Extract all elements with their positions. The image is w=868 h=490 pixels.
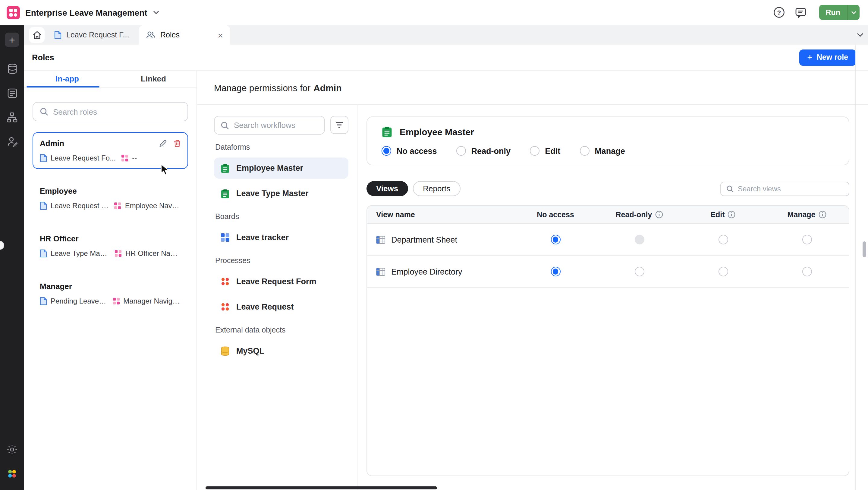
access-option-no-access[interactable]: No access [381, 146, 437, 156]
content-area: In-app Linked Admin [24, 70, 868, 490]
workflow-item-label: Employee Master [236, 164, 303, 173]
tab-label: Roles [160, 31, 212, 39]
sheet-icon [376, 236, 385, 243]
document-icon [54, 31, 61, 39]
vertical-scrollbar[interactable] [863, 241, 866, 257]
info-icon[interactable] [818, 211, 827, 219]
app-title-dropdown-icon[interactable] [153, 10, 159, 15]
access-option-manage[interactable]: Manage [580, 146, 625, 156]
new-role-button[interactable]: + New role [799, 49, 856, 65]
workflow-item-employee-master[interactable]: Employee Master [214, 157, 348, 179]
role-form-ref: Leave Type Mana... [51, 249, 109, 258]
board-icon [221, 233, 230, 242]
radio-no-access[interactable] [551, 235, 560, 244]
tab-in-app[interactable]: In-app [24, 70, 110, 87]
settings-gear-icon[interactable] [0, 437, 24, 462]
role-card-employee[interactable]: Employee Leave Request Fo... Employee Na… [33, 180, 188, 217]
radio-manage[interactable] [802, 235, 812, 244]
workflow-item-mysql[interactable]: MySQL [214, 340, 348, 362]
role-form-ref: Leave Request Fo... [51, 202, 109, 210]
role-name: HR Officer [40, 234, 79, 243]
access-option-edit[interactable]: Edit [530, 146, 560, 156]
search-workflows-input[interactable] [234, 121, 318, 130]
tab-reports[interactable]: Reports [412, 181, 461, 196]
manage-permissions-prefix: Manage permissions for [214, 82, 310, 93]
radio-edit[interactable] [718, 267, 728, 277]
role-form-ref: Pending Leave R... [51, 297, 107, 305]
role-card-manager[interactable]: Manager Pending Leave R... Manager Navig… [33, 275, 188, 312]
radio-no-access[interactable] [381, 146, 391, 156]
forms-icon[interactable] [0, 81, 24, 105]
access-option-read-only[interactable]: Read-only [456, 146, 511, 156]
page-header: Roles + New role [24, 45, 868, 70]
tab-roles[interactable]: Roles × [138, 25, 230, 45]
app-sidebar: + [0, 25, 24, 490]
chat-icon[interactable] [795, 7, 806, 18]
role-name: Employee [40, 186, 77, 196]
role-card-hr-officer[interactable]: HR Officer Leave Type Mana... HR Officer… [33, 228, 188, 264]
search-roles-input[interactable] [53, 107, 181, 116]
tab-leave-request-form[interactable]: Leave Request F... [47, 25, 138, 45]
filter-button[interactable] [330, 116, 348, 134]
run-dropdown-icon[interactable] [847, 5, 860, 20]
roles-admin-icon[interactable] [0, 129, 24, 153]
workflow-item-leave-request[interactable]: Leave Request [214, 296, 348, 317]
form-icon [40, 297, 47, 305]
close-tab-icon[interactable]: × [216, 30, 224, 39]
apps-pinwheel-icon[interactable] [0, 462, 24, 486]
radio-no-access[interactable] [551, 267, 560, 277]
workflow-item-leave-tracker[interactable]: Leave tracker [214, 227, 348, 248]
access-option-label: Edit [545, 146, 560, 155]
tab-views[interactable]: Views [367, 181, 408, 196]
access-option-label: Read-only [471, 146, 511, 155]
workflow-item-label: Leave Request [236, 302, 294, 311]
workflow-item-leave-type-master[interactable]: Leave Type Master [214, 183, 348, 204]
workflows-panel: Dataforms Employee Master Leave Type Mas… [197, 105, 358, 490]
workflow-item-leave-request-form[interactable]: Leave Request Form [214, 271, 348, 292]
role-form-ref: Leave Request Fo... [51, 154, 116, 162]
create-new-icon[interactable]: + [5, 33, 19, 47]
home-tab[interactable] [27, 25, 47, 45]
tab-overflow-chevron-icon[interactable] [857, 33, 864, 37]
workflow-tree-icon[interactable] [0, 105, 24, 129]
radio-edit[interactable] [718, 235, 728, 244]
search-views-input[interactable] [738, 184, 843, 193]
search-workflows-field[interactable] [214, 116, 325, 135]
radio-manage[interactable] [580, 146, 589, 156]
view-name: Employee Directory [391, 267, 462, 276]
sheet-icon [376, 268, 385, 276]
entity-permission-card: Employee Master No access Read-only [367, 116, 849, 165]
form-icon [40, 154, 47, 162]
workflow-item-label: MySQL [236, 346, 264, 355]
radio-read-only[interactable] [456, 146, 466, 156]
datasets-icon[interactable] [0, 57, 24, 81]
search-views-field[interactable] [720, 181, 849, 196]
selected-role-name: Admin [313, 82, 341, 93]
form-icon [40, 249, 47, 258]
app-logo-icon[interactable] [7, 6, 20, 19]
tab-bar: Leave Request F... Roles × [24, 25, 868, 45]
mysql-database-icon [221, 346, 230, 356]
run-button[interactable]: Run [819, 5, 860, 20]
tab-linked[interactable]: Linked [110, 70, 196, 87]
people-icon [146, 31, 156, 39]
column-no-access: No access [514, 210, 597, 219]
navigation-icon [114, 202, 121, 209]
navigation-icon [115, 250, 122, 257]
edit-role-icon[interactable] [159, 139, 167, 147]
radio-manage[interactable] [802, 267, 812, 277]
delete-role-icon[interactable] [174, 139, 181, 147]
entity-name: Employee Master [400, 126, 474, 137]
info-icon[interactable] [728, 211, 736, 219]
process-icon [221, 277, 230, 286]
views-permission-table: View name No access Read-only Edit Manag… [367, 205, 849, 476]
radio-read-only[interactable] [634, 267, 644, 277]
section-processes-label: Processes [215, 256, 348, 265]
info-icon[interactable] [655, 211, 663, 219]
help-icon[interactable]: ? [773, 7, 784, 18]
search-roles-field[interactable] [33, 102, 188, 121]
horizontal-scrollbar[interactable] [206, 486, 437, 489]
radio-edit[interactable] [530, 146, 539, 156]
role-card-admin[interactable]: Admin Leave Request Fo... -- [33, 132, 188, 169]
tab-label: Leave Request F... [66, 31, 133, 39]
